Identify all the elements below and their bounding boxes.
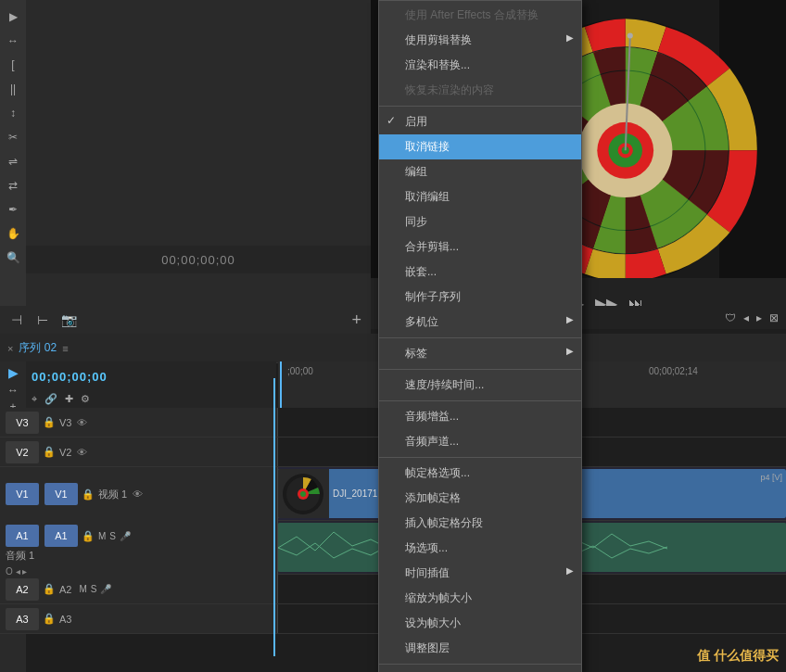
track-v1-name: 视频 1: [98, 488, 127, 501]
menu-nest-label: 嵌套...: [405, 265, 437, 278]
menu-sync[interactable]: 同步: [379, 209, 581, 235]
track-v1-box[interactable]: V1: [6, 483, 39, 505]
lock-v3-icon[interactable]: 🔒: [43, 416, 56, 429]
source-monitor: [0, 0, 371, 329]
a2-mic[interactable]: 🎤: [100, 584, 111, 594]
add-edit-icon[interactable]: ✚: [65, 393, 73, 405]
mark-out-icon[interactable]: ⊢: [35, 312, 50, 327]
menu-multi-camera[interactable]: 多机位 ▶: [379, 310, 581, 335]
menu-nest[interactable]: 嵌套...: [379, 260, 581, 285]
menu-speed-duration[interactable]: 速度/持续时间...: [379, 373, 581, 398]
track-v1-controls: V1 V1 🔒 视频 1 👁: [0, 467, 278, 521]
timeline-timecode[interactable]: 00;00;00;00: [32, 370, 108, 384]
menu-enable[interactable]: ✓ 启用: [379, 109, 581, 134]
shield-icon[interactable]: 🛡: [725, 311, 736, 324]
menu-insert-frame-hold[interactable]: 插入帧定格分段: [379, 511, 581, 536]
settings-icon[interactable]: ⚙: [81, 393, 90, 405]
menu-merge-clips[interactable]: 合并剪辑...: [379, 235, 581, 260]
menu-label-label: 标签: [405, 347, 427, 360]
menu-use-after-effects[interactable]: 使用 After Effects 合成替换: [379, 3, 581, 28]
track-a1-box2[interactable]: A1: [44, 525, 78, 547]
separator-1: [379, 106, 581, 107]
zoom-tool[interactable]: 🔍: [4, 248, 22, 267]
menu-insert-frame-hold-label: 插入帧定格分段: [405, 516, 483, 529]
eye-v2-icon[interactable]: 👁: [75, 446, 88, 459]
rolling-edit-tool[interactable]: ||: [4, 80, 22, 98]
watermark-text: 值 什么值得买: [697, 648, 779, 663]
menu-link-media[interactable]: 链接媒体...: [379, 667, 581, 672]
zoom-full-icon[interactable]: ▸: [756, 311, 762, 324]
menu-frame-hold-options-label: 帧定格选项...: [405, 466, 470, 479]
menu-add-frame-hold[interactable]: 添加帧定格: [379, 486, 581, 511]
menu-make-subsequence[interactable]: 制作子序列: [379, 285, 581, 310]
menu-unlink[interactable]: 取消链接: [379, 134, 581, 159]
move-tool-timeline[interactable]: ↔: [7, 384, 19, 397]
track-select-tool[interactable]: ↔: [4, 32, 22, 50]
menu-audio-channels[interactable]: 音频声道...: [379, 429, 581, 454]
menu-restore-unrendered[interactable]: 恢复未渲染的内容: [379, 78, 581, 103]
snap-icon[interactable]: ⌖: [32, 393, 37, 405]
svg-point-15: [300, 491, 306, 497]
selection-tool[interactable]: ▶: [4, 7, 22, 26]
timeline-time-display: 00;00;00;00: [26, 361, 276, 391]
track-v2-box[interactable]: V2: [6, 441, 39, 463]
menu-use-clip-replace[interactable]: 使用剪辑替换 ▶: [379, 28, 581, 53]
zoom-out-icon[interactable]: ◂: [743, 311, 749, 324]
razor-tool[interactable]: ✂: [4, 128, 22, 146]
menu-audio-gain[interactable]: 音频增益...: [379, 404, 581, 429]
menu-time-interpolation-arrow: ▶: [566, 565, 574, 576]
watermark: 值 什么值得买: [697, 648, 779, 665]
menu-set-to-frame-size[interactable]: 设为帧大小: [379, 611, 581, 636]
mic-icon[interactable]: 🎤: [120, 531, 131, 541]
separator-2: [379, 337, 581, 338]
track-v1-box2[interactable]: V1: [44, 483, 78, 505]
menu-field-options[interactable]: 场选项...: [379, 536, 581, 561]
menu-field-options-label: 场选项...: [405, 541, 448, 554]
track-a3-controls: A3 🔒 A3: [0, 604, 278, 633]
track-a2-box[interactable]: A2: [6, 578, 39, 601]
s-label: S: [109, 531, 116, 541]
select-tool-timeline[interactable]: ▶: [8, 365, 19, 380]
source-time-value: 00;00;00;00: [161, 253, 235, 267]
lock-v2-icon[interactable]: 🔒: [43, 446, 56, 459]
mark-in-icon[interactable]: ⊣: [9, 312, 24, 327]
sequence-close-btn[interactable]: ×: [7, 343, 13, 354]
sequence-menu-icon[interactable]: ≡: [62, 343, 68, 354]
separator-4: [379, 400, 581, 401]
eye-v1-icon[interactable]: 👁: [131, 488, 144, 501]
rate-stretch-tool[interactable]: ↕: [4, 104, 22, 122]
menu-group[interactable]: 编组: [379, 159, 581, 184]
menu-multi-camera-label: 多机位: [405, 315, 438, 328]
menu-adjust-layer[interactable]: 调整图层: [379, 636, 581, 661]
eye-v3-icon[interactable]: 👁: [75, 416, 88, 429]
menu-audio-channels-label: 音频声道...: [405, 435, 459, 448]
menu-time-interpolation[interactable]: 时间插值 ▶: [379, 561, 581, 586]
hand-tool[interactable]: ✋: [4, 224, 22, 243]
track-a3-box[interactable]: A3: [6, 608, 39, 630]
menu-frame-hold-options[interactable]: 帧定格选项...: [379, 461, 581, 486]
track-v3-box[interactable]: V3: [6, 412, 39, 434]
menu-ungroup[interactable]: 取消编组: [379, 184, 581, 209]
camera-icon[interactable]: 📷: [61, 312, 76, 327]
menu-ungroup-label: 取消编组: [405, 190, 450, 203]
menu-scale-to-fit[interactable]: 缩放为帧大小: [379, 586, 581, 611]
lock-a1-icon[interactable]: 🔒: [82, 529, 95, 542]
lock-v1-icon[interactable]: 🔒: [82, 488, 95, 501]
sequence-name[interactable]: 序列 02: [19, 340, 57, 356]
slip-tool[interactable]: ⇌: [4, 152, 22, 171]
thumbnail-svg: [278, 469, 329, 518]
linked-select-icon[interactable]: 🔗: [44, 393, 57, 405]
playhead-line: [273, 378, 275, 656]
pen-tool[interactable]: ✒: [4, 200, 22, 219]
menu-label[interactable]: 标签 ▶: [379, 341, 581, 366]
svg-point-10: [628, 33, 633, 39]
track-a1-box[interactable]: A1: [6, 525, 39, 547]
add-button[interactable]: +: [351, 311, 361, 330]
fit-icon[interactable]: ⊠: [769, 311, 779, 324]
ripple-edit-tool[interactable]: [: [4, 56, 22, 74]
menu-render-replace[interactable]: 渲染和替换...: [379, 53, 581, 78]
slide-tool[interactable]: ⇄: [4, 176, 22, 195]
lock-a3-icon[interactable]: 🔒: [43, 613, 56, 626]
lock-a2-icon[interactable]: 🔒: [43, 583, 56, 596]
separator-3: [379, 369, 581, 370]
